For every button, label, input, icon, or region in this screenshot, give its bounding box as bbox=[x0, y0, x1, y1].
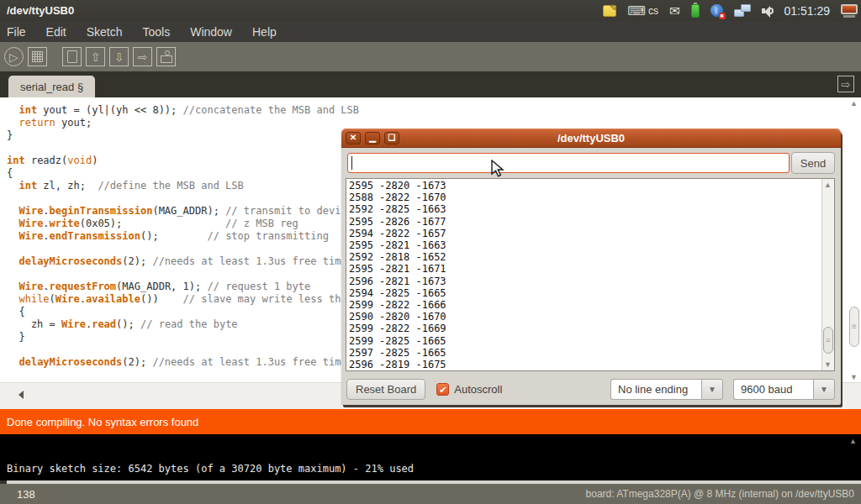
menu-help[interactable]: Help bbox=[252, 25, 277, 39]
toolbar: ▷ ⇧ ⇩ ⇨ bbox=[0, 42, 861, 71]
serial-row: 2594 -2822 -1657 bbox=[349, 228, 834, 239]
session-monitor-icon[interactable] bbox=[841, 4, 858, 18]
upload-icon[interactable]: ⇨ bbox=[133, 47, 152, 66]
serial-monitor-titlebar[interactable]: ✕ ▁ ❑ /dev/ttyUSB0 bbox=[341, 129, 841, 148]
chevron-down-icon[interactable]: ▼ bbox=[701, 379, 723, 400]
serial-row: 2599 -2822 -1666 bbox=[349, 299, 834, 311]
tab-bar: serial_read § ⇨ bbox=[0, 71, 861, 97]
window-title: /dev/ttyUSB0 bbox=[0, 4, 74, 17]
chevron-down-icon[interactable]: ▼ bbox=[813, 379, 835, 400]
serial-monitor-title: /dev/ttyUSB0 bbox=[341, 132, 841, 144]
new-sketch-icon[interactable] bbox=[62, 47, 82, 66]
serial-scroll-down-icon[interactable]: ▼ bbox=[824, 360, 832, 369]
verify-icon[interactable]: ▷ bbox=[4, 47, 24, 66]
mail-icon[interactable]: ✉ bbox=[669, 4, 680, 17]
serial-monitor-controls: Reset Board ✔ Autoscroll No line ending … bbox=[341, 377, 841, 401]
mouse-cursor bbox=[491, 160, 504, 178]
menu-window[interactable]: Window bbox=[190, 25, 232, 39]
status-footer: 138 board: ATmega328P(A) @ 8 MHz (intern… bbox=[0, 484, 861, 504]
editor-scrollbar-thumb[interactable] bbox=[849, 307, 859, 347]
volume-icon[interactable] bbox=[762, 5, 774, 17]
serial-monitor-icon[interactable] bbox=[156, 47, 176, 66]
serial-row: 2599 -2822 -1669 bbox=[349, 323, 834, 334]
menu-edit[interactable]: Edit bbox=[46, 25, 66, 39]
serial-row: 2590 -2820 -1670 bbox=[349, 311, 834, 323]
autoscroll-checkbox[interactable]: ✔ bbox=[436, 383, 449, 396]
compile-status-message: Done compiling. No syntax errors found bbox=[0, 416, 198, 428]
tab-serial-read[interactable]: serial_read § bbox=[8, 76, 95, 97]
menu-bar: File Edit Sketch Tools Window Help bbox=[0, 21, 861, 42]
serial-vertical-scrollbar[interactable]: ▲ ▼ bbox=[821, 179, 834, 370]
save-icon[interactable]: ⇩ bbox=[109, 47, 129, 66]
send-button[interactable]: Send bbox=[791, 152, 835, 174]
scroll-up-icon[interactable]: ▲ bbox=[850, 99, 858, 108]
menu-sketch[interactable]: Sketch bbox=[87, 25, 123, 39]
keyboard-layout-label: cs bbox=[648, 5, 658, 17]
bluetooth-icon[interactable]: ᛒ bbox=[710, 4, 723, 17]
arduino-ide-window: /dev/ttyUSB0 ⌨ cs ✉ ᛒ 01:51:29 File Edit… bbox=[0, 0, 861, 504]
board-info: board: ATmega328P(A) @ 8 MHz (internal) … bbox=[586, 488, 861, 500]
serial-row: 2592 -2818 -1652 bbox=[349, 251, 834, 263]
note-icon[interactable] bbox=[603, 5, 616, 17]
network-icon[interactable] bbox=[734, 4, 751, 18]
console-scroll-up-icon[interactable]: ▲ bbox=[849, 437, 857, 445]
top-panel: /dev/ttyUSB0 ⌨ cs ✉ ᛒ 01:51:29 bbox=[0, 0, 861, 21]
baud-rate-dropdown[interactable]: 9600 baud ▼ bbox=[733, 379, 835, 400]
scroll-left-icon[interactable] bbox=[18, 391, 24, 399]
line-ending-value: No line ending bbox=[610, 379, 701, 400]
serial-output-rows: 2595 -2820 -16732588 -2822 -16702592 -28… bbox=[346, 179, 834, 370]
autoscroll-label: Autoscroll bbox=[454, 383, 502, 396]
scroll-down-icon[interactable]: ▼ bbox=[850, 373, 858, 381]
text-caret bbox=[351, 156, 352, 170]
serial-scrollbar-thumb[interactable] bbox=[823, 327, 833, 354]
serial-row: 2595 -2820 -1673 bbox=[349, 180, 834, 192]
serial-row: 2595 -2821 -1663 bbox=[349, 239, 834, 251]
menu-file[interactable]: File bbox=[7, 25, 26, 39]
serial-output-area[interactable]: 2595 -2820 -16732588 -2822 -16702592 -28… bbox=[346, 178, 835, 371]
serial-row: 2599 -2825 -1665 bbox=[349, 335, 834, 347]
battery-icon[interactable] bbox=[691, 4, 700, 18]
console-output: Binary sketch size: 6542 bytes (of a 307… bbox=[7, 463, 414, 475]
line-number-indicator: 138 bbox=[0, 488, 35, 501]
serial-row: 2595 -2826 -1677 bbox=[349, 216, 834, 228]
serial-row: 2592 -2825 -1663 bbox=[349, 203, 834, 215]
serial-row: 2588 -2822 -1670 bbox=[349, 192, 834, 203]
compile-status-bar: Done compiling. No syntax errors found bbox=[0, 409, 861, 434]
menu-tools[interactable]: Tools bbox=[143, 25, 171, 39]
serial-row: 2597 -2825 -1665 bbox=[349, 347, 834, 359]
serial-scroll-up-icon[interactable]: ▲ bbox=[824, 181, 832, 189]
serial-row: 2595 -2821 -1671 bbox=[349, 263, 834, 275]
build-console: Binary sketch size: 6542 bytes (of a 307… bbox=[0, 434, 861, 480]
serial-row: 2596 -2821 -1673 bbox=[349, 276, 834, 287]
reset-board-button[interactable]: Reset Board bbox=[346, 379, 425, 400]
stop-icon[interactable] bbox=[28, 47, 47, 66]
serial-send-input[interactable] bbox=[347, 153, 790, 173]
baud-rate-value: 9600 baud bbox=[733, 379, 813, 400]
tab-menu-icon[interactable]: ⇨ bbox=[837, 76, 854, 92]
serial-row: 2594 -2825 -1665 bbox=[349, 287, 834, 299]
editor-vertical-scrollbar[interactable]: ▲ ▼ bbox=[847, 97, 861, 382]
clock[interactable]: 01:51:29 bbox=[784, 4, 831, 18]
keyboard-layout-indicator[interactable]: ⌨ cs bbox=[627, 4, 658, 17]
keyboard-icon: ⌨ bbox=[627, 4, 646, 17]
system-tray: ⌨ cs ✉ ᛒ 01:51:29 bbox=[603, 0, 861, 21]
serial-monitor-window: ✕ ▁ ❑ /dev/ttyUSB0 Send 2595 -2820 -1673… bbox=[341, 129, 841, 405]
serial-row: 2596 -2819 -1675 bbox=[349, 359, 834, 370]
open-icon[interactable]: ⇧ bbox=[86, 47, 105, 66]
line-ending-dropdown[interactable]: No line ending ▼ bbox=[610, 379, 723, 400]
